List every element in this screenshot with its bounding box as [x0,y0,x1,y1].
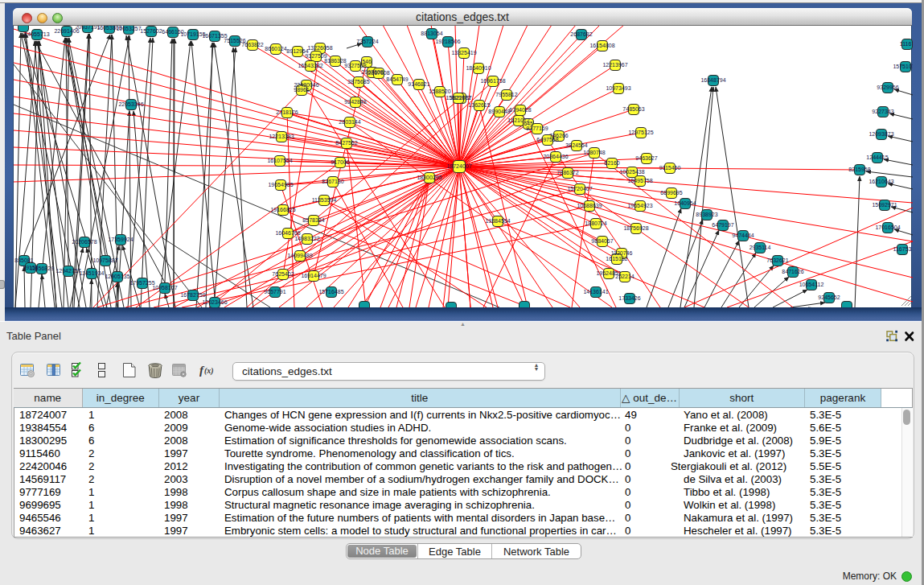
svg-text:1588520: 1588520 [429,89,450,94]
svg-text:9329966: 9329966 [877,84,898,90]
svg-text:17957255: 17957255 [129,280,154,286]
svg-text:16848794: 16848794 [700,77,725,83]
svg-text:1120746: 1120746 [611,250,633,256]
svg-text:11353594: 11353594 [312,197,337,203]
svg-text:16914479: 16914479 [301,273,326,278]
svg-text:19654923: 19654923 [627,203,652,208]
svg-text:9227343: 9227343 [872,109,893,114]
svg-text:15720407: 15720407 [567,186,592,192]
svg-text:18640910: 18640910 [466,65,491,71]
svg-text:15716485: 15716485 [318,289,343,295]
svg-text:917006: 917006 [331,159,349,165]
svg-text:10654112: 10654112 [799,282,824,287]
svg-text:9657791: 9657791 [264,289,285,295]
svg-text:546: 546 [362,59,372,64]
svg-text:8427552: 8427552 [335,140,357,146]
svg-text:1615132: 1615132 [606,256,627,262]
svg-text:1244415: 1244415 [866,154,888,160]
svg-text:6899695: 6899695 [660,190,682,196]
svg-text:116753: 116753 [893,246,912,252]
svg-text:7955812: 7955812 [495,92,517,97]
svg-text:12975125: 12975125 [628,130,653,135]
svg-text:9777169: 9777169 [526,126,548,131]
svg-text:3875685: 3875685 [347,79,369,84]
svg-text:18495758: 18495758 [627,178,652,183]
svg-text:8578334: 8578334 [302,217,324,223]
svg-text:8813054: 8813054 [421,31,442,36]
svg-text:7886372: 7886372 [556,170,578,175]
svg-text:11451934: 11451934 [80,270,105,276]
svg-text:10958107: 10958107 [152,285,177,290]
svg-text:17016504: 17016504 [875,225,900,230]
svg-text:7663822: 7663822 [241,42,263,47]
svg-text:6794028: 6794028 [509,107,531,113]
svg-text:13325419: 13325419 [451,50,476,56]
svg-text:15621072: 15621072 [446,95,470,101]
svg-text:11167: 11167 [900,41,913,47]
svg-text:1640954: 1640954 [674,200,696,206]
svg-text:12905135: 12905135 [105,274,129,279]
svg-text:11156829: 11156829 [30,266,54,271]
svg-text:10688639: 10688639 [577,203,602,208]
svg-text:15751074: 15751074 [893,64,913,69]
svg-text:13226058: 13226058 [307,45,332,51]
svg-text:19384554: 19384554 [485,218,510,224]
svg-text:6497568: 6497568 [536,137,558,142]
svg-text:2867608: 2867608 [368,70,389,76]
svg-text:8215958: 8215958 [848,167,870,172]
svg-text:7625402: 7625402 [272,271,294,277]
svg-text:19218506: 19218506 [435,39,460,44]
svg-text:2687682: 2687682 [570,31,592,37]
svg-text:16961758: 16961758 [480,78,505,84]
svg-text:3824554: 3824554 [565,142,587,148]
svg-text:10975887: 10975887 [92,257,117,263]
svg-text:18300295: 18300295 [417,175,441,180]
svg-text:19654985: 19654985 [268,182,293,187]
svg-text:8186328: 8186328 [324,58,346,64]
svg-text:8990448: 8990448 [488,109,510,114]
svg-text:8267130: 8267130 [322,179,343,184]
svg-text:16543382: 16543382 [298,63,322,68]
svg-text:20206578: 20206578 [72,239,97,245]
svg-text:20364436: 20364436 [543,154,568,159]
svg-text:1080748: 1080748 [583,150,605,155]
svg-text:12023466: 12023466 [202,299,227,305]
svg-text:1880724: 1880724 [585,220,606,226]
svg-text:2718176: 2718176 [276,109,298,115]
svg-text:2803144: 2803144 [339,119,360,125]
svg-text:1733426: 1733426 [618,295,640,301]
svg-text:9474444: 9474444 [732,233,754,238]
svg-text:252214: 252214 [615,274,634,279]
svg-text:7357224: 7357224 [356,39,378,44]
svg-text:7485063: 7485063 [622,106,644,112]
svg-text:16046766: 16046766 [275,230,300,236]
svg-text:1362615: 1362615 [468,102,490,108]
svg-text:8660124: 8660124 [265,46,286,51]
svg-text:9245652: 9245652 [818,295,840,300]
svg-text:12093873: 12093873 [869,131,893,137]
svg-text:98961: 98961 [294,87,310,93]
svg-text:10973493: 10973493 [606,85,630,91]
svg-text:18724007: 18724007 [446,163,471,169]
svg-text:16782759: 16782759 [180,292,205,298]
svg-text:6479197: 6479197 [712,222,733,228]
svg-text:14099489: 14099489 [287,253,312,258]
svg-text:885081: 885081 [14,257,33,263]
svg-text:9146821: 9146821 [408,81,429,87]
svg-text:14055713: 14055713 [24,31,49,37]
svg-text:14983222: 14983222 [294,236,319,241]
svg-text:8471626: 8471626 [782,269,803,274]
svg-text:18756928: 18756928 [623,225,648,231]
svg-text:1527602: 1527602 [140,28,162,34]
svg-text:15692971: 15692971 [872,202,897,208]
svg-text:14136141: 14136141 [583,289,608,295]
svg-text:9463627: 9463627 [635,155,657,161]
svg-text:8454749: 8454749 [386,76,408,82]
svg-text:19166825: 19166825 [270,207,295,212]
svg-text:12213383: 12213383 [269,134,294,139]
svg-text:16154808: 16154808 [589,43,614,48]
svg-text:12213967: 12213967 [602,62,627,68]
svg-text:12942757: 12942757 [55,268,80,274]
svg-text:9115460: 9115460 [659,165,681,171]
svg-text:9884067: 9884067 [591,238,613,244]
